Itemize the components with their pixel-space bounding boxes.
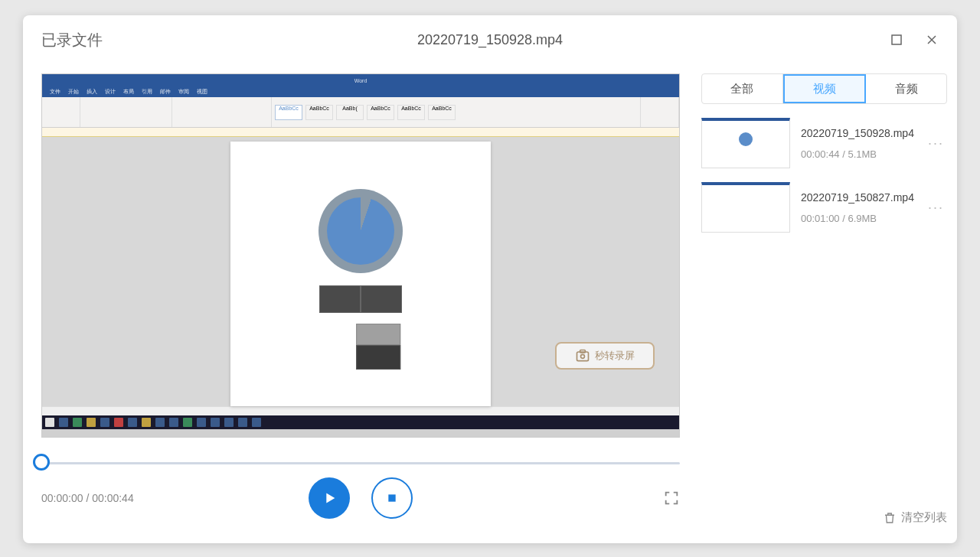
filter-tab-video[interactable]: 视频 [783,74,867,103]
time-display: 00:00:00 / 00:00:44 [41,492,134,504]
file-thumbnail [701,182,790,233]
fullscreen-button[interactable] [663,490,680,507]
current-filename: 20220719_150928.mp4 [417,32,563,48]
player-pane: Word 文件开始插入设计布局引用邮件审阅视图 AaBbCc AaBbCc Aa… [41,73,680,525]
more-button[interactable]: ··· [925,135,947,151]
svg-rect-4 [388,494,395,501]
stop-button[interactable] [371,477,413,519]
titlebar: 已录文件 20220719_150928.mp4 [23,15,957,64]
window-title: 已录文件 [41,30,103,50]
close-button[interactable] [925,33,939,47]
file-item[interactable]: 20220719_150928.mp4 00:00:44 / 5.1MB ··· [701,118,947,168]
svg-rect-1 [577,352,589,361]
slider-thumb[interactable] [33,454,50,471]
file-thumbnail [701,118,790,168]
filter-tabs: 全部 视频 音频 [701,73,947,104]
video-preview[interactable]: Word 文件开始插入设计布局引用邮件审阅视图 AaBbCc AaBbCc Aa… [41,73,680,438]
more-button[interactable]: ··· [925,200,947,216]
progress-slider[interactable] [41,453,680,471]
play-button[interactable] [309,477,350,519]
file-meta: 00:00:44 / 5.1MB [801,148,914,160]
app-window: 已录文件 20220719_150928.mp4 Word 文件开始插入设计布局… [23,15,957,543]
clear-list-button[interactable]: 清空列表 [701,495,947,525]
file-name: 20220719_150928.mp4 [801,127,914,139]
file-item[interactable]: 20220719_150827.mp4 00:01:00 / 6.9MB ··· [701,182,947,233]
maximize-button[interactable] [890,33,903,47]
watermark-badge: 秒转录屏 [555,342,655,370]
file-meta: 00:01:00 / 6.9MB [801,213,914,224]
filter-tab-all[interactable]: 全部 [702,74,783,103]
file-list-pane: 全部 视频 音频 20220719_150928.mp4 00:00:44 / … [701,73,947,525]
filter-tab-audio[interactable]: 音频 [866,74,946,103]
file-name: 20220719_150827.mp4 [801,191,914,204]
svg-point-2 [581,354,585,358]
svg-rect-0 [892,35,901,44]
